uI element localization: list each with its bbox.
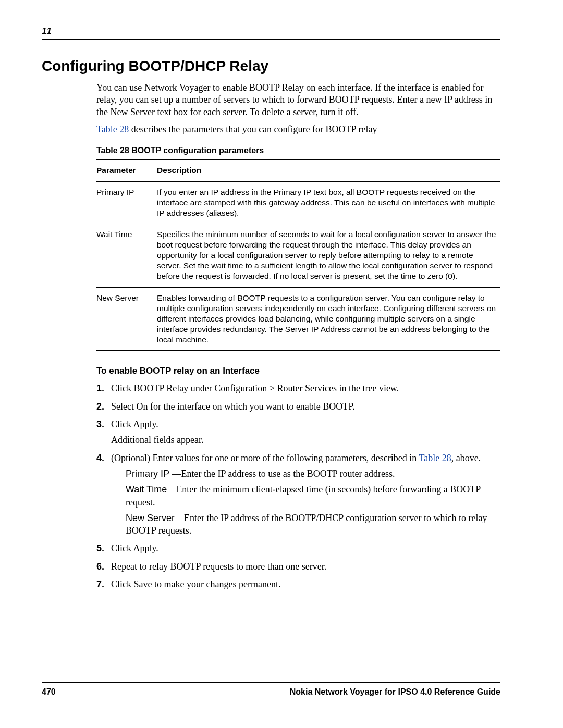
substep-label: New Server — [126, 513, 175, 523]
footer-rule — [42, 682, 500, 683]
param-desc: If you enter an IP address in the Primar… — [157, 181, 500, 224]
procedure-heading: To enable BOOTP relay on an Interface — [96, 365, 500, 377]
step-text: Click Apply. Additional fields appear. — [111, 418, 500, 447]
substep-label: Wait Time — [126, 484, 167, 495]
step-text: (Optional) Enter values for one or more … — [111, 452, 500, 537]
substep: Wait Time—Enter the minimum client-elaps… — [126, 483, 500, 509]
intro-para-2-tail: describes the parameters that you can co… — [129, 124, 377, 134]
step-text: Select On for the interface on which you… — [111, 400, 500, 413]
th-parameter: Parameter — [96, 159, 157, 181]
page: 11 Configuring BOOTP/DHCP Relay You can … — [0, 0, 563, 728]
step-number: 7. — [96, 578, 111, 590]
param-name: New Server — [96, 287, 157, 351]
doc-title: Nokia Network Voyager for IPSO 4.0 Refer… — [290, 687, 500, 697]
step-text: Click Apply. — [111, 542, 500, 554]
body: You can use Network Voyager to enable BO… — [96, 82, 500, 590]
th-description: Description — [157, 159, 500, 181]
footer: 470 Nokia Network Voyager for IPSO 4.0 R… — [42, 682, 500, 697]
table-caption: Table 28 BOOTP configuration parameters — [96, 145, 500, 156]
intro-para-2: Table 28 describes the parameters that y… — [96, 124, 500, 135]
step-number: 2. — [96, 400, 111, 413]
substep-text: Enter the minimum client-elapsed time (i… — [126, 484, 481, 507]
intro-para-1: You can use Network Voyager to enable BO… — [96, 82, 500, 118]
steps-list: 1. Click BOOTP Relay under Configuration… — [96, 382, 500, 590]
table-ref-link[interactable]: Table 28 — [96, 124, 129, 134]
table-row: New Server Enables forwarding of BOOTP r… — [96, 287, 500, 351]
step-number: 6. — [96, 560, 111, 573]
list-item: 7. Click Save to make your changes perma… — [96, 578, 500, 590]
step-3-main: Click Apply. — [111, 419, 158, 429]
step-number: 1. — [96, 382, 111, 394]
list-item: 1. Click BOOTP Relay under Configuration… — [96, 382, 500, 394]
list-item: 5. Click Apply. — [96, 542, 500, 554]
step-4-post: , above. — [451, 453, 481, 463]
substep-label: Primary IP — [126, 468, 169, 479]
substep-sep: — — [175, 513, 184, 523]
list-item: 4. (Optional) Enter values for one or mo… — [96, 452, 500, 537]
section-title: Configuring BOOTP/DHCP Relay — [42, 58, 500, 75]
header-rule — [42, 39, 500, 40]
substep-sep: — — [167, 484, 176, 495]
step-text: Repeat to relay BOOTP requests to more t… — [111, 560, 500, 573]
step-4-table-link[interactable]: Table 28 — [419, 453, 451, 463]
table-row: Wait Time Specifies the minimum number o… — [96, 224, 500, 287]
list-item: 6. Repeat to relay BOOTP requests to mor… — [96, 560, 500, 573]
step-text: Click BOOTP Relay under Configuration > … — [111, 382, 500, 394]
step-text: Click Save to make your changes permanen… — [111, 578, 500, 590]
params-table: Parameter Description Primary IP If you … — [96, 159, 500, 351]
table-row: Primary IP If you enter an IP address in… — [96, 181, 500, 224]
param-name: Wait Time — [96, 224, 157, 287]
page-number: 470 — [42, 687, 56, 697]
substep-sep: — — [169, 468, 181, 479]
substep: New Server—Enter the IP address of the B… — [126, 512, 500, 537]
substep: Primary IP —Enter the IP address to use … — [126, 467, 500, 480]
step-3-extra: Additional fields appear. — [111, 434, 500, 446]
param-desc: Specifies the minimum number of seconds … — [157, 224, 500, 287]
chapter-number: 11 — [42, 26, 500, 36]
param-desc: Enables forwarding of BOOTP requests to … — [157, 287, 500, 351]
list-item: 2. Select On for the interface on which … — [96, 400, 500, 413]
step-4-pre: (Optional) Enter values for one or more … — [111, 453, 419, 463]
step-number: 5. — [96, 542, 111, 554]
step-number: 3. — [96, 418, 111, 447]
step-number: 4. — [96, 452, 111, 537]
list-item: 3. Click Apply. Additional fields appear… — [96, 418, 500, 447]
param-name: Primary IP — [96, 181, 157, 224]
substep-text: Enter the IP address to use as the BOOTP… — [181, 468, 395, 479]
